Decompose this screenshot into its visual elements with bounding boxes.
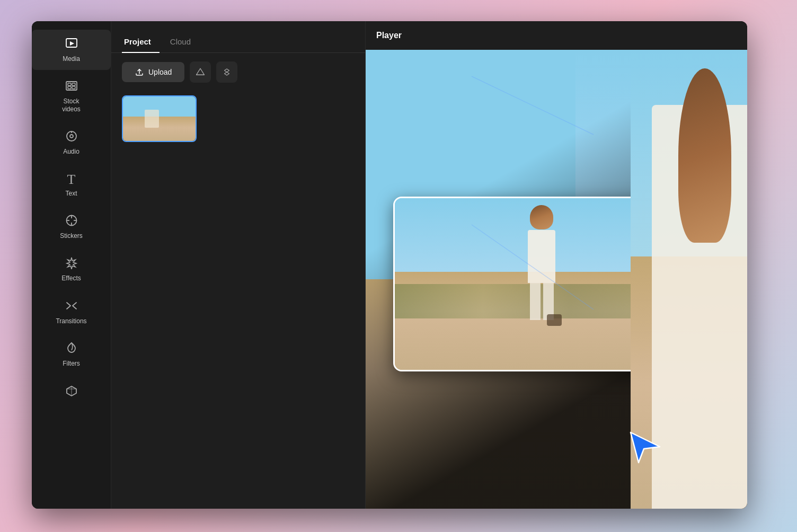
stickers-icon (65, 214, 78, 229)
sidebar-item-text[interactable]: T Text (32, 165, 111, 205)
right-person-hair (678, 68, 731, 243)
preview-hair (530, 205, 553, 229)
sidebar-item-media[interactable]: Media (32, 30, 111, 70)
sidebar-item-filters[interactable]: Filters (32, 334, 111, 375)
preview-person (520, 205, 563, 339)
sidebar-item-3d[interactable] (32, 377, 111, 407)
media-grid (111, 91, 365, 146)
sidebar-item-transitions[interactable]: Transitions (32, 292, 111, 332)
dropbox-button[interactable] (216, 61, 237, 83)
media-toolbar: Upload (111, 53, 365, 91)
svg-rect-6 (72, 86, 75, 89)
beach-thumb-1 (123, 96, 196, 141)
gdrive-button[interactable] (190, 61, 211, 83)
sidebar-item-audio[interactable]: Audio (32, 122, 111, 163)
sidebar-item-stickers[interactable]: Stickers (32, 207, 111, 247)
svg-marker-1 (70, 41, 74, 46)
sidebar-item-stock-videos[interactable]: Stock videos (32, 72, 111, 120)
media-thumbnail-1[interactable] (122, 95, 197, 142)
player-title: Player (376, 31, 402, 40)
tab-project[interactable]: Project (122, 32, 160, 52)
sidebar-item-stickers-label: Stickers (60, 232, 83, 240)
preview-bag (547, 314, 562, 326)
sidebar-item-effects[interactable]: Effects (32, 249, 111, 289)
audio-icon (65, 130, 78, 145)
cursor-svg (628, 430, 662, 464)
sidebar-item-audio-label: Audio (63, 148, 79, 155)
dropbox-icon (222, 67, 232, 77)
sidebar-item-transitions-label: Transitions (56, 317, 86, 325)
player-section: Player (366, 21, 747, 509)
sidebar-item-stock-videos-label: Stock videos (62, 97, 81, 113)
sidebar: Media Stock videos (32, 21, 111, 509)
svg-point-8 (70, 135, 73, 138)
sidebar-item-filters-label: Filters (63, 360, 80, 367)
preview-body (528, 230, 555, 283)
svg-rect-3 (68, 83, 71, 86)
stock-videos-icon (65, 79, 78, 94)
tab-cloud[interactable]: Cloud (168, 32, 199, 52)
svg-rect-5 (68, 86, 71, 89)
3d-icon (65, 385, 78, 400)
text-icon: T (67, 173, 76, 187)
player-canvas (366, 50, 747, 509)
media-icon (65, 37, 78, 52)
upload-button[interactable]: Upload (122, 62, 184, 82)
gdrive-icon (196, 67, 205, 77)
svg-marker-18 (631, 432, 660, 463)
effects-icon (65, 256, 78, 271)
app-window: Media Stock videos (32, 21, 747, 509)
media-panel: Project Cloud Upload (111, 21, 366, 509)
filters-icon (65, 342, 78, 357)
cursor-arrow (628, 430, 662, 466)
player-header: Player (366, 21, 747, 50)
tabs-bar: Project Cloud (111, 21, 365, 53)
sidebar-item-effects-label: Effects (61, 274, 81, 282)
svg-rect-4 (72, 83, 75, 86)
upload-icon (135, 67, 144, 77)
main-layout: Project Cloud Upload (111, 21, 747, 509)
sidebar-item-text-label: Text (65, 190, 77, 197)
preview-leg-left (530, 283, 541, 320)
transitions-icon (65, 299, 78, 314)
sidebar-item-media-label: Media (63, 55, 80, 63)
